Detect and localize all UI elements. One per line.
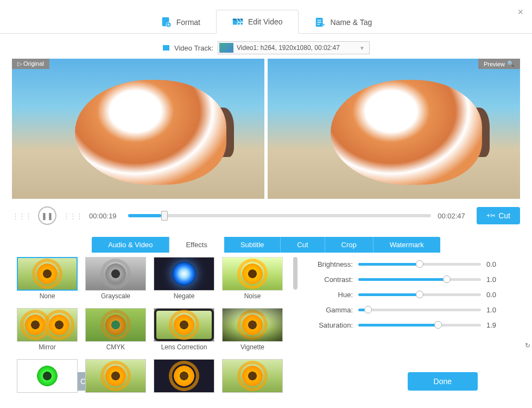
original-badge-text: Original bbox=[23, 60, 44, 67]
effect-none[interactable]: None bbox=[15, 257, 79, 305]
contrast-slider[interactable] bbox=[358, 278, 481, 281]
tab-edit-video[interactable]: Edit Video bbox=[216, 10, 299, 34]
effects-panel: None Grayscale Negate Noise Mirror CMYK bbox=[15, 257, 517, 355]
tab-edit-video-label: Edit Video bbox=[248, 17, 283, 26]
track-icon bbox=[162, 44, 170, 52]
effect-mirror[interactable]: Mirror bbox=[15, 308, 79, 356]
effect-extra-4[interactable] bbox=[220, 359, 284, 407]
format-icon bbox=[160, 16, 172, 28]
svg-rect-3 bbox=[233, 19, 243, 21]
brightness-slider[interactable] bbox=[358, 263, 481, 266]
svg-rect-7 bbox=[163, 45, 169, 51]
tab-format-label: Format bbox=[176, 18, 200, 27]
name-tag-icon bbox=[314, 16, 326, 28]
contrast-label: Contrast: bbox=[308, 275, 353, 284]
timeline-thumb[interactable] bbox=[161, 211, 168, 221]
video-track-select[interactable]: Video1: h264, 1920x1080, 00:02:47 ▼ bbox=[218, 41, 370, 54]
effects-grid[interactable]: None Grayscale Negate Noise Mirror CMYK bbox=[15, 257, 297, 407]
original-badge: ▷ Original bbox=[12, 59, 49, 69]
svg-text:+✂: +✂ bbox=[486, 212, 495, 219]
close-icon[interactable]: × bbox=[517, 7, 523, 18]
subtab-audio-video[interactable]: Audio & Video bbox=[92, 237, 169, 253]
magnify-icon: 🔍 bbox=[507, 60, 515, 67]
gamma-slider[interactable] bbox=[358, 309, 481, 311]
reset-button[interactable]: ↻ Reset bbox=[525, 342, 532, 349]
video-track-label: Video Track: bbox=[174, 44, 213, 52]
effect-cmyk[interactable]: CMYK bbox=[84, 308, 148, 356]
cut-button[interactable]: +✂ Cut bbox=[477, 207, 520, 224]
track-thumbnail bbox=[219, 43, 233, 53]
reset-icon: ↻ bbox=[525, 342, 530, 349]
preview-badge: Preview 🔍 bbox=[478, 59, 520, 69]
done-button[interactable]: Done bbox=[408, 372, 478, 391]
brightness-label: Brightness: bbox=[308, 260, 353, 268]
timeline-slider[interactable] bbox=[128, 214, 431, 217]
effect-noise-label: Noise bbox=[244, 292, 261, 300]
drag-handle-left[interactable]: ⋮⋮⋮ bbox=[12, 212, 31, 220]
slider-hue: Hue: 0.0 bbox=[308, 291, 506, 299]
effect-mirror-label: Mirror bbox=[39, 343, 55, 351]
subtab-crop[interactable]: Crop bbox=[325, 237, 373, 253]
effect-grayscale[interactable]: Grayscale bbox=[84, 257, 148, 305]
edit-video-icon bbox=[232, 16, 244, 28]
effect-noise[interactable]: Noise bbox=[220, 257, 284, 305]
effects-scrollbar[interactable] bbox=[293, 257, 297, 290]
saturation-value: 1.9 bbox=[486, 321, 506, 329]
contrast-value: 1.0 bbox=[486, 275, 506, 284]
effect-lens[interactable]: Lens Correction bbox=[152, 308, 216, 356]
hue-label: Hue: bbox=[308, 291, 353, 299]
tab-name-tag-label: Name & Tag bbox=[331, 18, 372, 27]
saturation-slider[interactable] bbox=[358, 324, 481, 327]
top-tabs: Format Edit Video Name & Tag bbox=[0, 0, 532, 34]
gamma-label: Gamma: bbox=[308, 306, 353, 314]
video-track-row: Video Track: Video1: h264, 1920x1080, 00… bbox=[0, 33, 532, 59]
effect-extra-3[interactable] bbox=[152, 359, 216, 407]
effect-lens-label: Lens Correction bbox=[161, 343, 207, 351]
subtab-effects[interactable]: Effects bbox=[169, 237, 224, 253]
original-preview bbox=[12, 59, 264, 199]
effect-negate[interactable]: Negate bbox=[152, 257, 216, 305]
slider-brightness: Brightness: 0.0 bbox=[308, 260, 506, 268]
drag-handle-right[interactable]: ⋮⋮⋮ bbox=[63, 212, 83, 220]
effect-grayscale-label: Grayscale bbox=[101, 292, 130, 300]
track-selected-text: Video1: h264, 1920x1080, 00:02:47 bbox=[237, 44, 340, 52]
scissors-icon: +✂ bbox=[486, 212, 495, 219]
timeline-row: ⋮⋮⋮ ❚❚ ⋮⋮⋮ 00:00:19 00:02:47 +✂ Cut bbox=[0, 199, 532, 233]
subtab-cut[interactable]: Cut bbox=[281, 237, 325, 253]
effect-cmyk-label: CMYK bbox=[106, 343, 125, 351]
saturation-label: Saturation: bbox=[308, 321, 353, 329]
preview-badge-text: Preview bbox=[484, 61, 505, 67]
tab-format[interactable]: Format bbox=[144, 10, 216, 34]
chevron-down-icon: ▼ bbox=[359, 45, 365, 51]
brightness-value: 0.0 bbox=[486, 260, 506, 268]
effect-preview bbox=[268, 59, 520, 199]
current-time: 00:00:19 bbox=[89, 212, 122, 220]
pause-button[interactable]: ❚❚ bbox=[38, 206, 56, 225]
effect-vignette[interactable]: Vignette bbox=[220, 308, 284, 356]
slider-saturation: Saturation: 1.9 ↻ Reset bbox=[308, 321, 506, 329]
effect-negate-label: Negate bbox=[174, 292, 195, 300]
effect-extra-1[interactable] bbox=[15, 359, 79, 407]
effect-none-label: None bbox=[40, 292, 55, 300]
slider-contrast: Contrast: 1.0 bbox=[308, 275, 506, 284]
gamma-value: 1.0 bbox=[486, 306, 506, 314]
sliders-column: Brightness: 0.0 Contrast: 1.0 Hue: 0.0 G… bbox=[308, 257, 517, 355]
edit-sub-tabs: Audio & Video Effects Subtitle Cut Crop … bbox=[12, 237, 520, 253]
effect-vignette-label: Vignette bbox=[240, 343, 264, 351]
duration-time: 00:02:47 bbox=[438, 212, 470, 220]
subtab-watermark[interactable]: Watermark bbox=[373, 237, 440, 253]
slider-gamma: Gamma: 1.0 bbox=[308, 306, 506, 314]
hue-slider[interactable] bbox=[358, 293, 481, 296]
cut-button-label: Cut bbox=[498, 211, 510, 220]
tab-name-tag[interactable]: Name & Tag bbox=[299, 10, 388, 34]
subtab-subtitle[interactable]: Subtitle bbox=[224, 237, 281, 253]
pause-icon: ❚❚ bbox=[41, 212, 53, 220]
effect-extra-2[interactable] bbox=[84, 359, 148, 407]
preview-row: ▷ Original Preview 🔍 bbox=[0, 59, 532, 199]
hue-value: 0.0 bbox=[486, 291, 506, 299]
